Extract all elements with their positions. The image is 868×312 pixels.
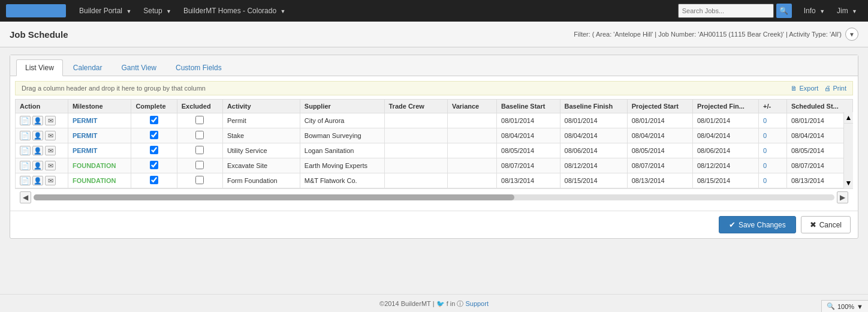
doc-icon[interactable]: 📄 xyxy=(20,176,31,185)
cell-plus-minus: 0 xyxy=(759,113,787,128)
chevron-down-icon: ▼ xyxy=(280,8,285,14)
nav-builder-portal[interactable]: Builder Portal ▼ xyxy=(74,4,136,17)
tab-calendar[interactable]: Calendar xyxy=(64,59,111,76)
horizontal-scrollbar-row: ◀ ▶ xyxy=(15,188,853,206)
filter-settings-icon[interactable]: ▼ xyxy=(845,28,858,41)
cell-projected-start: 08/01/2014 xyxy=(627,113,692,128)
zoom-search-icon: 🔍 xyxy=(827,302,835,310)
cancel-icon: ✖ xyxy=(810,220,816,229)
table-row: 📄 👤 ✉ PERMIT Permit City of Aurora 08/01… xyxy=(16,113,853,128)
complete-checkbox[interactable] xyxy=(150,161,158,169)
doc-icon[interactable]: 📄 xyxy=(20,131,31,140)
table-row: 📄 👤 ✉ PERMIT Stake Bowman Surveying 08/0… xyxy=(16,128,853,143)
filter-text: Filter: ( Area: 'Antelope Hill' | Job Nu… xyxy=(574,31,842,38)
search-input[interactable] xyxy=(678,4,774,18)
cell-projected-start: 08/07/2014 xyxy=(627,158,692,173)
excluded-checkbox[interactable] xyxy=(195,146,204,154)
cell-baseline-finish: 08/04/2014 xyxy=(560,128,627,143)
doc-icon[interactable]: 📄 xyxy=(20,161,31,170)
cell-complete xyxy=(131,143,177,158)
cell-excluded xyxy=(177,158,222,173)
table-row: 📄 👤 ✉ FOUNDATION Excavate Site Earth Mov… xyxy=(16,158,853,173)
col-header-complete: Complete xyxy=(131,100,177,113)
tab-list-view[interactable]: List View xyxy=(16,59,63,76)
cell-baseline-start: 08/07/2014 xyxy=(497,158,560,173)
col-header-plusminus: +/- xyxy=(759,100,787,113)
scroll-up-arrow[interactable]: ▲ xyxy=(844,112,853,124)
email-icon[interactable]: ✉ xyxy=(45,161,56,170)
scroll-left-arrow[interactable]: ◀ xyxy=(20,191,31,203)
user-icon[interactable]: 👤 xyxy=(32,176,43,185)
email-icon[interactable]: ✉ xyxy=(45,176,56,185)
excluded-checkbox[interactable] xyxy=(195,116,204,124)
col-header-action: Action xyxy=(16,100,68,113)
email-icon[interactable]: ✉ xyxy=(45,116,56,125)
doc-icon[interactable]: 📄 xyxy=(20,146,31,155)
search-button[interactable]: 🔍 xyxy=(776,4,792,18)
complete-checkbox[interactable] xyxy=(150,146,158,154)
table-row: 📄 👤 ✉ PERMIT Utility Service Logan Sanit… xyxy=(16,143,853,158)
cell-projected-finish: 08/04/2014 xyxy=(692,128,758,143)
navbar-right: Info ▼ Jim ▼ xyxy=(799,4,862,17)
filter-area: Filter: ( Area: 'Antelope Hill' | Job Nu… xyxy=(574,28,858,41)
page-title: Job Schedule xyxy=(10,29,68,40)
user-icon[interactable]: 👤 xyxy=(32,146,43,155)
cell-supplier: City of Aurora xyxy=(300,113,384,128)
scroll-track[interactable] xyxy=(34,194,834,200)
complete-checkbox[interactable] xyxy=(150,116,158,124)
nav-user[interactable]: Jim ▼ xyxy=(832,4,862,17)
zoom-arrow[interactable]: ▼ xyxy=(857,303,863,310)
scroll-right-arrow[interactable]: ▶ xyxy=(837,191,848,203)
col-header-projected-finish: Projected Fin... xyxy=(692,100,758,113)
data-table: Action Milestone Complete Excluded Activ… xyxy=(15,99,853,188)
cell-baseline-finish: 08/01/2014 xyxy=(560,113,627,128)
page-footer: ©2014 BuilderMT | 🐦 f in ⓘ Support xyxy=(0,294,868,312)
doc-icon[interactable]: 📄 xyxy=(20,116,31,125)
cell-variance xyxy=(447,158,496,173)
cell-projected-finish: 08/15/2014 xyxy=(692,173,758,188)
cancel-button[interactable]: ✖ Cancel xyxy=(801,216,851,233)
nav-info[interactable]: Info ▼ xyxy=(799,4,830,17)
cell-scheduled-start: 08/05/2014 xyxy=(786,143,852,158)
scroll-down-arrow[interactable]: ▼ xyxy=(844,178,853,188)
email-icon[interactable]: ✉ xyxy=(45,131,56,140)
complete-checkbox[interactable] xyxy=(150,176,158,184)
cell-scheduled-start: 08/07/2014 xyxy=(786,158,852,173)
excluded-checkbox[interactable] xyxy=(195,176,204,184)
excluded-checkbox[interactable] xyxy=(195,161,204,169)
cell-excluded xyxy=(177,113,222,128)
col-header-variance: Variance xyxy=(447,100,496,113)
nav-company[interactable]: BuilderMT Homes - Colorado ▼ xyxy=(179,4,290,17)
complete-checkbox[interactable] xyxy=(150,131,158,139)
col-header-tradecrew: Trade Crew xyxy=(384,100,447,113)
cell-baseline-finish: 08/15/2014 xyxy=(560,173,627,188)
user-icon[interactable]: 👤 xyxy=(32,131,43,140)
export-button[interactable]: 🗎 Export xyxy=(791,85,818,92)
cell-trade-crew xyxy=(384,158,447,173)
table-scroll[interactable]: Action Milestone Complete Excluded Activ… xyxy=(15,99,853,188)
cell-baseline-finish: 08/06/2014 xyxy=(560,143,627,158)
col-header-milestone: Milestone xyxy=(68,100,131,113)
nav-setup[interactable]: Setup ▼ xyxy=(138,4,176,17)
col-header-baseline-start: Baseline Start xyxy=(497,100,560,113)
chevron-down-icon: ▼ xyxy=(819,8,825,14)
print-button[interactable]: 🖨 Print xyxy=(824,85,846,92)
col-header-activity: Activity xyxy=(222,100,300,113)
save-changes-button[interactable]: ✔ Save Changes xyxy=(719,216,796,233)
email-icon[interactable]: ✉ xyxy=(45,146,56,155)
vertical-scrollbar[interactable]: ▲ ▼ xyxy=(843,112,853,188)
excluded-checkbox[interactable] xyxy=(195,131,204,139)
table-area: Drag a column header and drop it here to… xyxy=(10,76,858,211)
cell-complete xyxy=(131,158,177,173)
drag-hint-text: Drag a column header and drop it here to… xyxy=(22,85,206,92)
zoom-bar: 🔍 100% ▼ xyxy=(821,300,868,312)
tab-custom-fields[interactable]: Custom Fields xyxy=(167,59,231,76)
user-icon[interactable]: 👤 xyxy=(32,161,43,170)
cell-projected-start: 08/13/2014 xyxy=(627,173,692,188)
top-navbar: Builder Portal ▼ Setup ▼ BuilderMT Homes… xyxy=(0,0,868,22)
tab-gantt-view[interactable]: Gantt View xyxy=(113,59,165,76)
user-icon[interactable]: 👤 xyxy=(32,116,43,125)
tab-bar: List View Calendar Gantt View Custom Fie… xyxy=(10,55,858,76)
footer-support-link[interactable]: Support xyxy=(465,300,489,307)
cell-projected-finish: 08/01/2014 xyxy=(692,113,758,128)
